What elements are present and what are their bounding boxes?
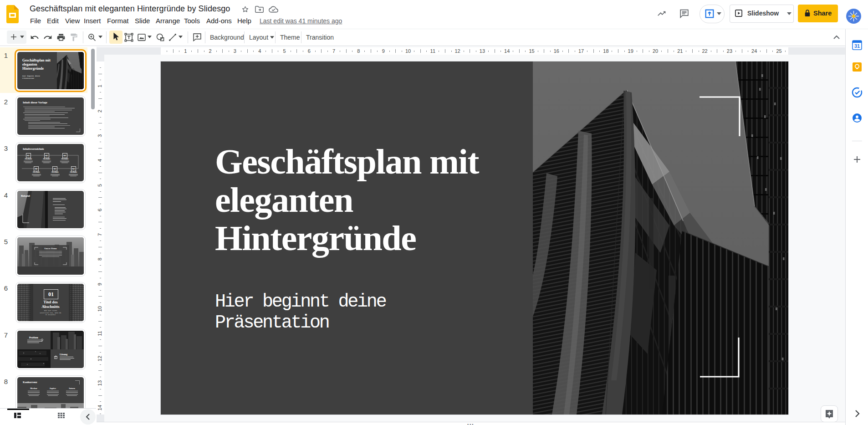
svg-text:31: 31 (854, 43, 860, 49)
